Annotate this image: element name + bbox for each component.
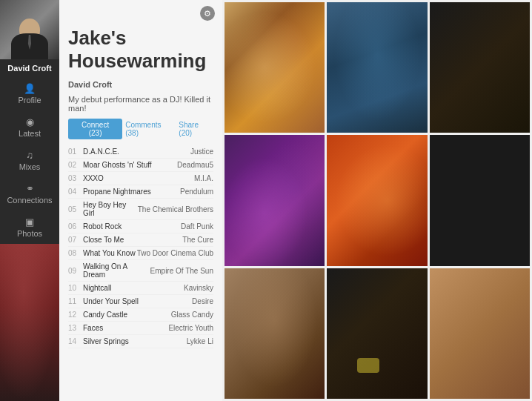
track-row[interactable]: 10 Nightcall Kavinsky	[68, 282, 213, 295]
track-number: 04	[68, 188, 83, 196]
comments-link[interactable]: Comments (38)	[125, 121, 176, 137]
track-number: 14	[68, 337, 83, 345]
sidebar-item-latest[interactable]: ◉ Latest	[0, 110, 59, 144]
event-panel: ⚙ Jake's Housewarming David Croft My deb…	[59, 0, 222, 401]
track-number: 03	[68, 174, 83, 182]
track-name: Hey Boy Hey Girl	[83, 201, 138, 217]
photos-grid	[222, 0, 532, 401]
track-artist: Pendulum	[180, 188, 213, 196]
track-row[interactable]: 03 XXXO M.I.A.	[68, 172, 213, 185]
photo-1[interactable]	[225, 2, 325, 133]
track-number: 08	[68, 249, 83, 257]
track-name: Close To Me	[83, 236, 182, 244]
track-artist: M.I.A.	[194, 174, 213, 182]
track-name: Propane Nightmares	[83, 188, 180, 196]
track-number: 07	[68, 236, 83, 244]
track-number: 01	[68, 148, 83, 156]
track-row[interactable]: 06 Robot Rock Daft Punk	[68, 220, 213, 233]
sidebar-item-mixes[interactable]: ♫ Mixes	[0, 144, 59, 177]
photo-9[interactable]	[430, 268, 530, 399]
event-owner: David Croft	[59, 79, 222, 93]
avatar	[0, 0, 59, 59]
track-name: Moar Ghosts 'n' Stuff	[83, 161, 177, 169]
track-number: 09	[68, 267, 83, 275]
photo-4[interactable]	[225, 135, 325, 265]
track-row[interactable]: 11 Under Your Spell Desire	[68, 295, 213, 308]
track-artist: The Cure	[182, 236, 213, 244]
track-row[interactable]: 05 Hey Boy Hey Girl The Chemical Brother…	[68, 199, 213, 220]
sidebar-item-connections[interactable]: ⚭ Connections	[0, 177, 59, 211]
track-number: 12	[68, 311, 83, 319]
track-name: Nightcall	[83, 284, 184, 292]
tracklist: 01 D.A.N.C.E. Justice 02 Moar Ghosts 'n'…	[59, 145, 222, 348]
track-artist: Daft Punk	[181, 222, 213, 231]
user-name: David Croft	[4, 59, 54, 77]
mixes-icon: ♫	[26, 150, 33, 161]
track-name: Under Your Spell	[83, 297, 192, 305]
settings-button[interactable]: ⚙	[200, 6, 215, 21]
share-link[interactable]: Share (20)	[179, 121, 213, 137]
event-description: My debut performance as a DJ! Killed it …	[59, 93, 222, 119]
track-row[interactable]: 14 Silver Springs Lykke Li	[68, 335, 213, 348]
track-artist: Two Door Cinema Club	[137, 249, 213, 257]
photos-icon: ▣	[25, 216, 34, 228]
latest-icon: ◉	[26, 116, 34, 127]
photo-5[interactable]	[327, 135, 427, 265]
photo-6[interactable]	[430, 135, 530, 265]
track-artist: Deadmau5	[177, 161, 213, 169]
track-row[interactable]: 02 Moar Ghosts 'n' Stuff Deadmau5	[68, 159, 213, 172]
sidebar-item-profile[interactable]: 👤 Profile	[0, 77, 59, 110]
track-number: 11	[68, 297, 83, 305]
track-row[interactable]: 08 What You Know Two Door Cinema Club	[68, 247, 213, 260]
photo-7[interactable]	[225, 268, 325, 399]
profile-icon: 👤	[24, 83, 36, 94]
track-artist: The Chemical Brothers	[138, 205, 213, 213]
track-number: 06	[68, 222, 83, 231]
event-title: Jake's Housewarming	[59, 27, 222, 79]
track-number: 05	[68, 205, 83, 213]
photo-3[interactable]	[430, 2, 530, 133]
track-name: What You Know	[83, 249, 137, 257]
track-artist: Electric Youth	[168, 324, 213, 332]
track-artist: Desire	[192, 297, 213, 305]
connections-icon: ⚭	[26, 183, 34, 194]
photo-8[interactable]	[327, 268, 427, 399]
track-artist: Lykke Li	[187, 337, 213, 345]
track-number: 13	[68, 324, 83, 332]
action-bar: Connect (23) Comments (38) Share (20)	[59, 119, 222, 145]
sidebar: David Croft 👤 Profile ◉ Latest ♫ Mixes ⚭…	[0, 0, 59, 401]
track-row[interactable]: 12 Candy Castle Glass Candy	[68, 308, 213, 322]
track-name: Candy Castle	[83, 311, 171, 319]
track-row[interactable]: 13 Faces Electric Youth	[68, 322, 213, 335]
track-name: Faces	[83, 324, 168, 332]
track-artist: Empire Of The Sun	[150, 267, 213, 275]
sidebar-item-photos[interactable]: ▣ Photos	[0, 211, 59, 244]
track-row[interactable]: 01 D.A.N.C.E. Justice	[68, 145, 213, 159]
track-row[interactable]: 04 Propane Nightmares Pendulum	[68, 185, 213, 199]
track-artist: Justice	[190, 148, 213, 156]
connect-button[interactable]: Connect (23)	[68, 119, 122, 139]
track-artist: Glass Candy	[171, 311, 213, 319]
track-name: Robot Rock	[83, 222, 181, 231]
track-name: Walking On A Dream	[83, 262, 150, 279]
main-content: ⚙ Jake's Housewarming David Croft My deb…	[59, 0, 532, 401]
track-number: 10	[68, 284, 83, 292]
track-name: D.A.N.C.E.	[83, 148, 190, 156]
settings-bar: ⚙	[59, 0, 222, 27]
track-number: 02	[68, 161, 83, 169]
sidebar-decorative-image	[0, 244, 59, 401]
track-name: Silver Springs	[83, 337, 187, 345]
track-row[interactable]: 07 Close To Me The Cure	[68, 233, 213, 247]
track-row[interactable]: 09 Walking On A Dream Empire Of The Sun	[68, 260, 213, 282]
track-name: XXXO	[83, 174, 194, 182]
track-artist: Kavinsky	[184, 284, 213, 292]
photo-2[interactable]	[327, 2, 427, 133]
